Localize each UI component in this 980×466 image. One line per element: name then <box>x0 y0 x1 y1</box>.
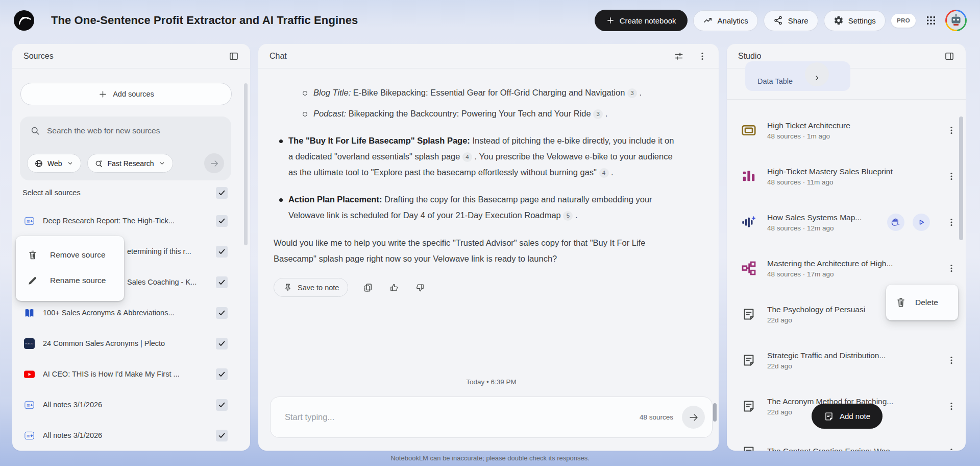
studio-item[interactable]: How Sales Systems Map... 48 sources · 12… <box>727 199 966 245</box>
studio-item-title: The Content Creation Engine: Wee... <box>767 447 933 451</box>
research-mode-dropdown[interactable]: Fast Research <box>87 154 173 173</box>
top-bar-actions: Create notebook Analytics Share Settings… <box>595 10 967 31</box>
citation-chip[interactable]: 3 <box>593 109 603 119</box>
chat-closing-paragraph: Would you like me to help you write the … <box>274 235 676 267</box>
source-checkbox[interactable] <box>216 368 228 380</box>
chat-input[interactable] <box>285 412 631 422</box>
save-to-note-label: Save to note <box>298 284 339 292</box>
chat-bullet: Action Plan Placement: Drafting the copy… <box>274 192 676 223</box>
source-checkbox[interactable] <box>216 338 228 350</box>
citation-chip[interactable]: 4 <box>462 152 472 162</box>
create-notebook-button[interactable]: Create notebook <box>595 10 688 31</box>
chat-settings-button[interactable] <box>673 50 685 62</box>
studio-item[interactable]: High Ticket Architecture 48 sources · 1m… <box>727 107 966 153</box>
source-checkbox[interactable] <box>216 276 228 288</box>
thumbs-up-button[interactable] <box>388 282 400 294</box>
globe-icon <box>34 159 43 168</box>
bullet-suffix: . <box>573 211 577 220</box>
data-table-expand-button[interactable] <box>805 62 829 86</box>
note-source-icon <box>23 215 35 227</box>
share-button[interactable]: Share <box>764 10 818 31</box>
citation-chip[interactable]: 4 <box>599 168 609 178</box>
rename-source-label: Rename source <box>50 276 106 285</box>
studio-item-context-menu[interactable]: Delete <box>886 285 958 320</box>
source-checkbox[interactable] <box>216 215 228 227</box>
apps-grid-icon <box>925 15 937 26</box>
hand-wave-icon <box>891 217 901 227</box>
check-icon <box>217 309 226 317</box>
chevron-down-icon <box>66 159 74 167</box>
source-checkbox[interactable] <box>216 307 228 319</box>
remove-source-menu-item[interactable]: Remove source <box>16 242 124 268</box>
google-apps-grid-button[interactable] <box>925 15 937 26</box>
bullet-label: Action Plan Placement: <box>288 195 382 204</box>
studio-item[interactable]: The Content Creation Engine: Wee... <box>727 429 966 451</box>
studio-item-menu-button[interactable] <box>943 168 960 184</box>
audio-overview-icon <box>741 215 756 230</box>
web-filter-dropdown[interactable]: Web <box>27 154 81 173</box>
source-list-item[interactable]: 24 Common Sales Acronyms | Plecto <box>12 328 250 359</box>
source-checkbox[interactable] <box>216 430 228 441</box>
source-title: etermining if this r... <box>127 247 208 255</box>
studio-scrollbar[interactable] <box>959 116 963 240</box>
source-list-item[interactable]: 100+ Sales Acronyms & Abbreviations... <box>12 297 250 328</box>
source-title: AI CEO: THIS is How I'd Make My First ..… <box>43 370 208 378</box>
kebab-menu-icon <box>946 263 957 273</box>
search-icon <box>30 126 40 136</box>
source-list-item[interactable]: Deep Research Report: The High-Tick... <box>12 205 250 236</box>
studio-item[interactable]: High-Ticket Mastery Sales Blueprint 48 s… <box>727 153 966 199</box>
studio-item-menu-button[interactable] <box>943 260 960 276</box>
add-note-button[interactable]: Add note <box>812 404 883 429</box>
user-avatar[interactable] <box>945 10 967 31</box>
save-to-note-button[interactable]: Save to note <box>274 278 348 297</box>
source-title: 100+ Sales Acronyms & Abbreviations... <box>43 309 208 317</box>
mindmap-icon <box>741 261 756 276</box>
select-all-row: Select all sources <box>22 182 228 203</box>
source-title: 24 Common Sales Acronyms | Plecto <box>43 339 208 347</box>
data-table-chip[interactable]: Data Table <box>745 61 850 91</box>
studio-item[interactable]: Strategic Traffic and Distribution... 22… <box>727 337 966 383</box>
chat-scrollbar[interactable] <box>713 403 717 422</box>
notebook-title[interactable]: The One-Sentence Profit Extractor and AI… <box>51 14 358 27</box>
thumbs-down-button[interactable] <box>414 282 426 294</box>
settings-button[interactable]: Settings <box>824 10 886 31</box>
sub-bullet-suffix: . <box>637 88 642 97</box>
studio-item-menu-button[interactable] <box>943 352 960 368</box>
source-title: All notes 3/1/2026 <box>43 431 208 439</box>
source-checkbox[interactable] <box>216 246 228 258</box>
source-list-item[interactable]: AI CEO: THIS is How I'd Make My First ..… <box>12 359 250 389</box>
interactive-mode-button[interactable] <box>887 214 904 231</box>
copy-response-button[interactable] <box>362 282 374 294</box>
collapse-studio-panel-button[interactable] <box>943 50 955 62</box>
select-all-label: Select all sources <box>22 189 81 197</box>
source-list-item[interactable]: All notes 3/1/2026 <box>12 389 250 420</box>
citation-chip[interactable]: 5 <box>563 211 573 221</box>
kebab-menu-icon <box>697 51 707 61</box>
source-list-item[interactable]: All notes 3/1/2026 <box>12 420 250 451</box>
submit-search-button[interactable] <box>204 153 224 173</box>
share-label: Share <box>788 16 808 25</box>
rename-source-menu-item[interactable]: Rename source <box>16 268 124 293</box>
studio-item-title: High Ticket Architecture <box>767 121 933 130</box>
analytics-label: Analytics <box>718 16 748 25</box>
studio-item-menu-button[interactable] <box>943 214 960 230</box>
play-audio-button[interactable] <box>913 214 930 231</box>
citation-chip[interactable]: 3 <box>627 88 637 98</box>
add-sources-button[interactable]: Add sources <box>20 83 232 105</box>
notebooklm-logo-icon[interactable] <box>13 10 35 31</box>
web-search-input[interactable] <box>47 126 222 135</box>
pin-icon <box>283 283 293 293</box>
select-all-checkbox[interactable] <box>216 187 228 199</box>
studio-item-menu-button[interactable] <box>943 444 960 451</box>
send-message-button[interactable] <box>682 406 705 429</box>
sub-bullet-label: Blog Title: <box>313 88 351 97</box>
analytics-button[interactable]: Analytics <box>693 10 758 31</box>
arrow-right-icon <box>688 412 699 423</box>
source-checkbox[interactable] <box>216 399 228 411</box>
studio-item-menu-button[interactable] <box>943 398 960 414</box>
thumbs-up-icon <box>389 283 399 293</box>
collapse-sources-panel-button[interactable] <box>228 50 240 62</box>
chat-menu-button[interactable] <box>696 50 708 62</box>
sources-scrollbar[interactable] <box>244 83 248 245</box>
studio-item-menu-button[interactable] <box>943 122 960 138</box>
